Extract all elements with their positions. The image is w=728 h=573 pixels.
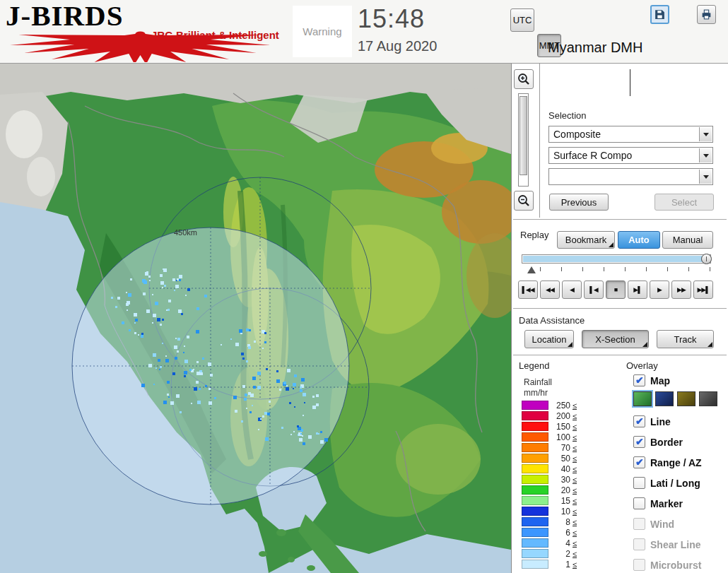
playback-fast-forward-button[interactable]: ▶▶ — [671, 280, 691, 299]
eagle-logo-icon — [4, 30, 276, 62]
dropdown-arrow-button[interactable] — [699, 127, 712, 141]
overlay-item-lati-long[interactable]: Lati / Long — [633, 477, 700, 489]
overlay-item-label: Range / AZ — [650, 457, 702, 468]
legend-row: 70≤ — [522, 442, 577, 453]
legend-value: 15 — [551, 496, 570, 506]
map-style-olive[interactable] — [677, 391, 695, 406]
legend-row: 50≤ — [522, 453, 577, 463]
timeline-tick — [582, 267, 583, 271]
timeline-slider[interactable] — [522, 254, 711, 264]
legend-leq-symbol: ≤ — [573, 539, 577, 548]
legend-value: 150 — [551, 422, 570, 432]
legend-color-swatch — [522, 432, 548, 442]
overlay-item-label: Marker — [650, 498, 683, 509]
playback-step-forward-button[interactable]: ▶▌ — [628, 280, 647, 299]
legend-value: 20 — [551, 485, 570, 495]
playback-step-back-button[interactable]: ▌◀ — [584, 280, 604, 299]
dropdown-composite-value: Composite — [553, 129, 601, 140]
checkbox[interactable] — [633, 477, 645, 489]
legend-leq-symbol: ≤ — [573, 486, 577, 495]
legend-label: Legend — [519, 360, 549, 371]
overlay-item-border[interactable]: Border — [633, 436, 683, 448]
timeline-tick — [710, 267, 710, 271]
legend-leq-symbol: ≤ — [573, 465, 577, 473]
dropdown-arrow-button[interactable] — [699, 148, 712, 163]
legend-value: 4 — [551, 538, 570, 548]
dropdown-arrow-button[interactable] — [699, 170, 712, 184]
legend-row: 1≤ — [522, 559, 577, 569]
playback-play-button[interactable]: ▶ — [650, 280, 669, 299]
zoom-in-icon — [517, 72, 531, 86]
chevron-down-icon — [703, 133, 709, 139]
playback-stop-button[interactable]: ■ — [606, 280, 626, 299]
legend-leq-symbol: ≤ — [573, 560, 577, 569]
app-logo-title: J-BIRDS — [6, 0, 123, 33]
map-style-navy[interactable] — [655, 391, 674, 406]
overlay-item-map[interactable]: Map — [633, 374, 670, 386]
select-button[interactable]: Select — [654, 194, 714, 211]
radar-map[interactable]: 450km — [0, 64, 511, 573]
assist-button-label: Location — [532, 334, 566, 345]
divider — [513, 219, 727, 220]
overlay-item-microburst: Microburst — [633, 559, 701, 571]
dropdown-product[interactable]: Surface R Compo — [548, 147, 713, 164]
playback-skip-start-button[interactable]: ▌◀◀ — [518, 280, 538, 299]
clock-time: 15:48 — [358, 4, 425, 34]
zoom-in-button[interactable] — [514, 69, 534, 89]
playback-fast-rewind-button[interactable]: ◀◀ — [540, 280, 560, 299]
bookmark-button[interactable]: Bookmark — [557, 231, 615, 249]
timeline-tick — [688, 267, 689, 271]
assist-x-section-button[interactable]: X-Section — [582, 330, 649, 348]
manual-button[interactable]: Manual — [662, 231, 713, 249]
timezone-utc-button[interactable]: UTC — [510, 8, 534, 32]
checkbox[interactable] — [633, 374, 645, 386]
assist-track-button[interactable]: Track — [657, 330, 714, 348]
auto-button[interactable]: Auto — [618, 231, 660, 249]
legend-leq-symbol: ≤ — [573, 433, 577, 442]
legend-color-swatch — [522, 454, 548, 463]
jbirds-app: J-BIRDS JRC-Brilliant & Intelligent Rada… — [0, 0, 728, 573]
checkbox[interactable] — [633, 497, 645, 509]
overlay-item-range-az[interactable]: Range / AZ — [633, 456, 702, 468]
legend-row: 100≤ — [522, 432, 577, 442]
replay-label: Replay — [520, 230, 548, 240]
previous-button[interactable]: Previous — [549, 194, 609, 211]
playback-skip-end-button[interactable]: ▶▶▌ — [693, 280, 713, 299]
save-button[interactable] — [650, 5, 669, 24]
overlay-item-label: Line — [650, 416, 671, 427]
dropdown-composite[interactable]: Composite — [548, 126, 713, 143]
timeline-thumb[interactable] — [701, 254, 712, 264]
legend-row: 4≤ — [522, 538, 577, 548]
legend-leq-symbol: ≤ — [573, 444, 577, 452]
legend-row: 10≤ — [522, 506, 577, 516]
timeline-tick — [667, 267, 668, 271]
assist-location-button[interactable]: Location — [524, 330, 574, 348]
chevron-down-icon — [703, 175, 709, 182]
checkbox[interactable] — [633, 436, 645, 448]
legend-value: 50 — [551, 454, 570, 463]
legend-value: 10 — [551, 507, 570, 516]
print-button[interactable] — [697, 5, 716, 24]
playback-play-reverse-button[interactable]: ◀ — [562, 280, 582, 299]
zoom-slider-thumb[interactable] — [519, 96, 527, 175]
timeline-tick — [604, 267, 604, 271]
overlay-item-label: Microburst — [650, 560, 701, 571]
warning-button[interactable]: Warning — [293, 6, 352, 57]
legend-value: 250 — [551, 401, 570, 410]
zoom-slider[interactable] — [518, 93, 529, 187]
overlay-item-label: Border — [650, 437, 683, 448]
overlay-item-line[interactable]: Line — [633, 415, 671, 427]
map-style-green[interactable] — [633, 391, 652, 406]
checkbox[interactable] — [633, 456, 645, 468]
assist-button-label: Track — [674, 334, 696, 345]
legend-row: 250≤ — [522, 400, 577, 410]
zoom-out-button[interactable] — [514, 191, 534, 211]
checkbox[interactable] — [633, 415, 645, 427]
dropdown-elevation[interactable] — [548, 168, 713, 185]
map-style-dark-gray[interactable] — [699, 391, 717, 406]
timeline-start-marker — [527, 266, 536, 273]
assist-button-label: X-Section — [595, 334, 635, 345]
legend-color-swatch — [522, 507, 548, 516]
overlay-item-marker[interactable]: Marker — [633, 497, 683, 509]
bookmark-button-label: Bookmark — [565, 235, 607, 245]
